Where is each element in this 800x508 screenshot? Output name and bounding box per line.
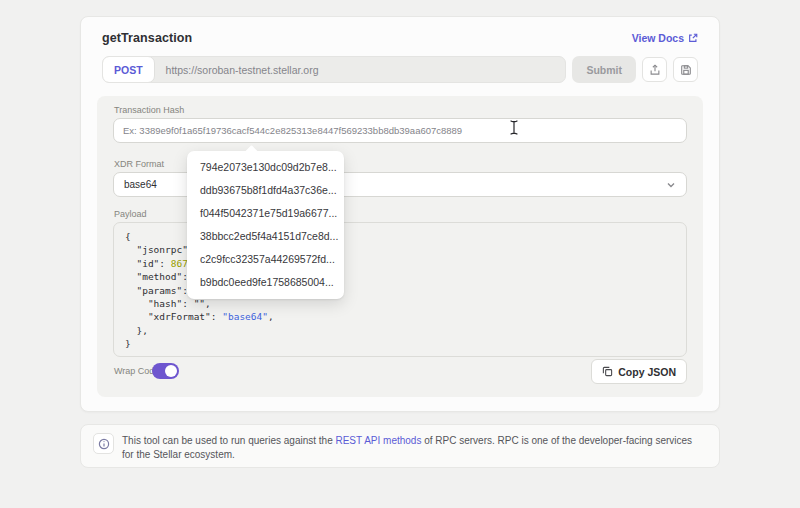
hash-suggestion-item[interactable]: c2c9fcc32357a44269572fd... <box>187 248 344 271</box>
info-icon <box>98 438 110 450</box>
page-title: getTransaction <box>102 31 192 45</box>
copy-json-button[interactable]: Copy JSON <box>591 359 687 384</box>
endpoint-url-field[interactable]: https://soroban-testnet.stellar.org <box>155 57 330 82</box>
hash-suggestion-list: 794e2073e130dc09d2b7e8...ddb93675b8f1dfd… <box>187 151 344 299</box>
http-method-badge: POST <box>102 56 155 83</box>
toggle-knob <box>165 365 177 377</box>
hash-suggestion-item[interactable]: 38bbcc2ed5f4a4151d7ce8d... <box>187 225 344 248</box>
save-icon <box>680 64 692 76</box>
wrap-code-toggle[interactable] <box>152 363 179 379</box>
info-text-before: This tool can be used to run queries aga… <box>122 435 335 446</box>
hash-suggestion-item[interactable]: ddb93675b8f1dfd4a37c36e... <box>187 179 344 202</box>
xdr-format-label: XDR Format <box>114 159 164 169</box>
chevron-down-icon <box>666 180 676 190</box>
copy-json-label: Copy JSON <box>618 366 676 378</box>
share-icon <box>649 64 661 76</box>
code-line: "xdrFormat": "base64", <box>125 310 675 323</box>
hash-suggestion-item[interactable]: f044f5042371e75d19a6677... <box>187 202 344 225</box>
xdr-format-value: base64 <box>124 179 157 190</box>
view-docs-label: View Docs <box>632 32 684 44</box>
hash-suggestion-item[interactable]: b9bdc0eed9fe1758685004... <box>187 271 344 294</box>
code-line: }, <box>125 324 675 337</box>
save-button[interactable] <box>673 57 698 82</box>
info-icon-box <box>93 433 114 454</box>
endpoint-url-group: POST https://soroban-testnet.stellar.org <box>102 56 566 83</box>
info-banner-text: This tool can be used to run queries aga… <box>122 434 705 461</box>
payload-label: Payload <box>114 209 147 219</box>
submit-button[interactable]: Submit <box>572 56 636 83</box>
rest-api-methods-link[interactable]: REST API methods <box>335 435 421 446</box>
view-docs-link[interactable]: View Docs <box>632 32 698 44</box>
hash-suggestion-item[interactable]: 794e2073e130dc09d2b7e8... <box>187 156 344 179</box>
get-transaction-card: getTransaction View Docs POST https://so… <box>80 16 720 412</box>
code-line: } <box>125 337 675 350</box>
transaction-hash-input[interactable] <box>113 118 687 143</box>
external-link-icon <box>688 33 698 43</box>
request-bar: POST https://soroban-testnet.stellar.org… <box>102 56 698 83</box>
share-button[interactable] <box>642 57 667 82</box>
copy-icon <box>602 366 613 377</box>
card-header: getTransaction View Docs <box>81 17 719 56</box>
info-banner: This tool can be used to run queries aga… <box>80 424 720 468</box>
transaction-hash-label: Transaction Hash <box>114 105 184 115</box>
code-line: "hash": "", <box>125 297 675 310</box>
